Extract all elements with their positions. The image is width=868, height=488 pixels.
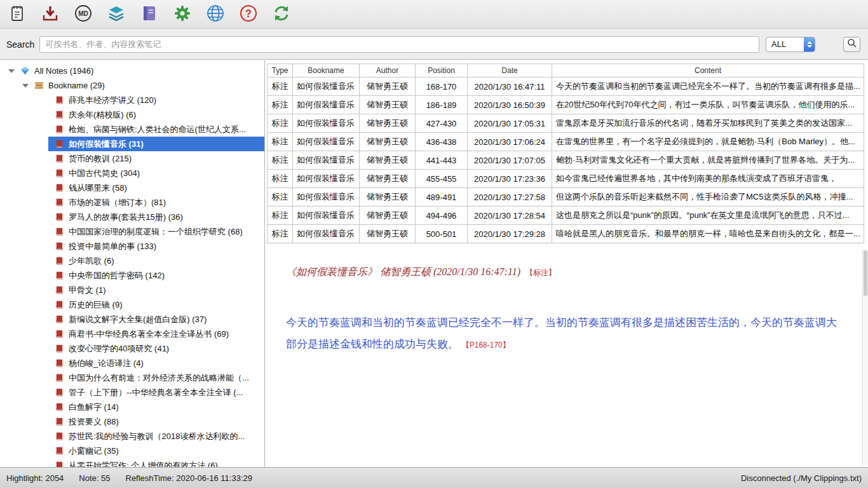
column-header-type[interactable]: Type xyxy=(268,64,293,78)
sidebar-book-item[interactable]: 枪炮、病菌与钢铁:人类社会的命运(世纪人文系... xyxy=(48,122,264,137)
chevron-up-down-icon xyxy=(804,37,815,51)
column-header-position[interactable]: Position xyxy=(416,64,468,78)
sidebar-book-item[interactable]: 投资要义 (88) xyxy=(48,414,264,429)
sidebar-book-item[interactable]: 新编说文解字大全集(超值白金版) (37) xyxy=(48,312,264,327)
red-book-icon xyxy=(53,431,65,442)
search-input[interactable] xyxy=(39,36,759,53)
download-button[interactable] xyxy=(39,3,61,25)
disclosure-triangle-icon[interactable] xyxy=(8,69,15,73)
table-row[interactable]: 标注 如何假装懂音乐 储智勇王硕 168-170 2020/1/30 16:47… xyxy=(268,78,864,96)
cell-bookname: 如何假装懂音乐 xyxy=(293,207,360,225)
sidebar-book-item[interactable]: 罗马人的故事(套装共15册) (36) xyxy=(48,210,264,224)
sidebar-book-item[interactable]: 历史的巨镜 (9) xyxy=(48,297,264,312)
sidebar-book-item[interactable]: 钱从哪里来 (58) xyxy=(48,180,264,195)
book-label: 管子（上下册）--中华经典名著全本全注全译 (... xyxy=(69,387,243,398)
sidebar-book-item[interactable]: 中央帝国的哲学密码 (142) xyxy=(48,268,264,283)
column-header-date[interactable]: Date xyxy=(468,64,552,78)
sidebar-book-item[interactable]: 甲骨文 (1) xyxy=(48,283,264,297)
sidebar-book-item[interactable]: 薛兆丰经济学讲义 (120) xyxy=(48,93,264,107)
layers-button[interactable] xyxy=(105,3,127,25)
sidebar-book-item[interactable]: 市场的逻辑（增订本）(81) xyxy=(48,195,264,210)
cell-author: 储智勇王硕 xyxy=(360,151,416,170)
cell-position: 427-430 xyxy=(416,114,468,133)
cell-content: 嘻哈就是黑人的朋克音乐。和最早的朋克一样，嘻哈也是来自街头的文化，都是一... xyxy=(552,225,864,243)
sidebar-book-item[interactable]: 管子（上下册）--中华经典名著全本全注全译 (... xyxy=(48,385,264,400)
book-label: 中国为什么有前途：对外经济关系的战略潜能（... xyxy=(69,372,249,384)
sidebar-book-item[interactable]: 苏世民:我的经验与教训（2018读桥水达利欧的... xyxy=(48,429,264,444)
cell-author: 储智勇王硕 xyxy=(360,133,416,151)
sidebar-book-item[interactable]: 庆余年(精校版) (6) xyxy=(48,107,264,122)
sidebar-book-item[interactable]: 中国古代简史 (304) xyxy=(48,166,264,180)
table-row[interactable]: 标注 如何假装懂音乐 储智勇王硕 186-189 2020/1/30 16:50… xyxy=(268,96,864,114)
red-book-icon xyxy=(53,168,65,179)
table-row[interactable]: 标注 如何假装懂音乐 储智勇王硕 500-501 2020/1/30 17:29… xyxy=(268,225,864,243)
cell-type: 标注 xyxy=(268,188,293,207)
cell-position: 494-496 xyxy=(416,207,468,225)
table-row[interactable]: 标注 如何假装懂音乐 储智勇王硕 436-438 2020/1/30 17:06… xyxy=(268,133,864,151)
filter-dropdown[interactable]: ALL xyxy=(766,37,815,52)
purple-book-button[interactable] xyxy=(139,3,160,25)
red-book-icon xyxy=(53,227,65,237)
cell-type: 标注 xyxy=(268,225,293,243)
column-header-content[interactable]: Content xyxy=(552,64,864,78)
sidebar-book-item[interactable]: 从零开始学写作: 个人增值的有效方法 (6) xyxy=(48,458,264,467)
disclosure-triangle-icon[interactable] xyxy=(22,84,29,88)
table-row[interactable]: 标注 如何假装懂音乐 储智勇王硕 427-430 2020/1/30 17:05… xyxy=(268,114,864,133)
sidebar-book-item[interactable]: 中国为什么有前途：对外经济关系的战略潜能（... xyxy=(48,370,264,385)
detail-scrollbar[interactable] xyxy=(862,249,868,465)
cell-bookname: 如何假装懂音乐 xyxy=(293,188,360,207)
cell-bookname: 如何假装懂音乐 xyxy=(293,96,360,114)
table-row[interactable]: 标注 如何假装懂音乐 储智勇王硕 455-455 2020/1/30 17:23… xyxy=(268,170,864,188)
column-header-bookname[interactable]: Bookname xyxy=(293,64,360,78)
sidebar-item-all-notes[interactable]: All Notes (1946) xyxy=(0,64,264,78)
bookname-label: Bookname (29) xyxy=(48,81,105,90)
search-button[interactable] xyxy=(843,37,860,52)
book-label: 白鱼解字 (14) xyxy=(69,402,119,413)
cell-position: 455-455 xyxy=(416,170,468,188)
svg-text:?: ? xyxy=(245,8,252,19)
cell-author: 储智勇王硕 xyxy=(360,78,416,96)
sidebar-book-item[interactable]: 改变心理学的40项研究 (41) xyxy=(48,341,264,356)
refresh-button[interactable] xyxy=(271,3,292,25)
sidebar-book-item[interactable]: 杨伯峻_论语译注 (4) xyxy=(48,356,264,370)
markdown-button[interactable]: MD xyxy=(72,3,94,25)
cell-date: 2020/1/30 17:27:58 xyxy=(468,188,552,207)
sidebar-book-item[interactable]: 如何假装懂音乐 (31) xyxy=(48,137,264,151)
table-row[interactable]: 标注 如何假装懂音乐 储智勇王硕 494-496 2020/1/30 17:28… xyxy=(268,207,864,225)
toolbar: MD xyxy=(0,0,868,29)
all-notes-label: All Notes (1946) xyxy=(34,66,93,76)
table-row[interactable]: 标注 如何假装懂音乐 储智勇王硕 489-491 2020/1/30 17:27… xyxy=(268,188,864,207)
sidebar-book-item[interactable]: 小窗幽记 (35) xyxy=(48,444,264,458)
cell-content: 在20世纪50年代到70年代之间，有过一类乐队，叫节奏蓝调乐队，他们使用的乐..… xyxy=(552,96,864,114)
cell-date: 2020/1/30 16:50:39 xyxy=(468,96,552,114)
book-label: 中国古代简史 (304) xyxy=(69,168,140,179)
sidebar-book-item[interactable]: 商君书-中华经典名著全本全注全译丛书 (69) xyxy=(48,327,264,341)
red-book-icon xyxy=(53,344,65,354)
red-book-icon xyxy=(53,154,65,164)
book-label: 甲骨文 (1) xyxy=(69,285,106,296)
red-book-icon xyxy=(53,358,65,369)
notebook-icon xyxy=(8,4,27,25)
detail-title: 《如何假装懂音乐》 储智勇王硕 (2020/1/30 16:47:11) 【标注… xyxy=(286,266,837,279)
settings-button[interactable] xyxy=(172,3,193,25)
sidebar-book-item[interactable]: 少年凯歌 (6) xyxy=(48,254,264,268)
book-label: 商君书-中华经典名著全本全注全译丛书 (69) xyxy=(69,329,229,340)
red-book-icon xyxy=(53,300,65,310)
sidebar-book-item[interactable]: 中国国家治理的制度逻辑：一个组织学研究 (68) xyxy=(48,224,264,239)
search-icon xyxy=(847,38,857,50)
table-row[interactable]: 标注 如何假装懂音乐 储智勇王硕 441-443 2020/1/30 17:07… xyxy=(268,151,864,170)
cell-bookname: 如何假装懂音乐 xyxy=(293,114,360,133)
red-book-icon xyxy=(53,95,65,105)
book-label: 投资中最简单的事 (133) xyxy=(69,241,156,252)
book-label: 中央帝国的哲学密码 (142) xyxy=(69,270,165,281)
globe-button[interactable] xyxy=(205,3,226,25)
help-button[interactable]: ? xyxy=(238,3,259,25)
sidebar-book-item[interactable]: 白鱼解字 (14) xyxy=(48,400,264,414)
column-header-author[interactable]: Author xyxy=(360,64,416,78)
purple-book-icon xyxy=(140,4,159,25)
sidebar-item-bookname[interactable]: Bookname (29) xyxy=(0,78,264,93)
scrollbar-thumb[interactable] xyxy=(864,250,867,296)
sidebar-book-item[interactable]: 投资中最简单的事 (133) xyxy=(48,239,264,254)
sidebar-book-item[interactable]: 货币的教训 (215) xyxy=(48,151,264,166)
notebook-button[interactable] xyxy=(6,3,28,25)
